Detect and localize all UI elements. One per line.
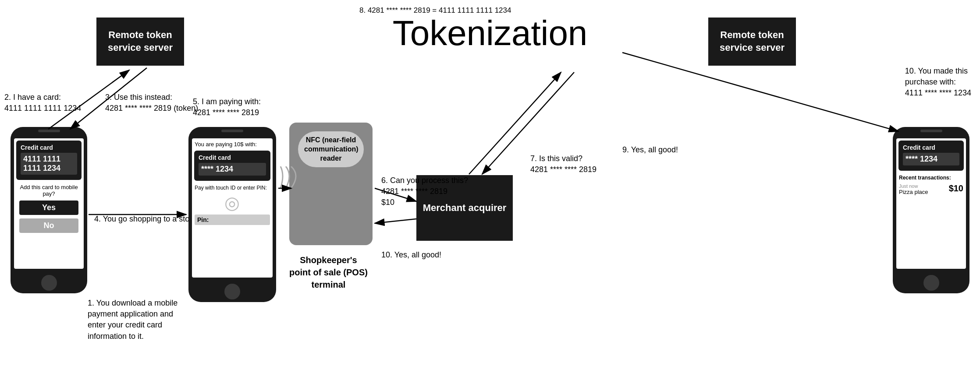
phone-right-card: Credit card **** 1234 xyxy=(898,141,964,171)
top-equation: 8. 4281 **** **** 2819 = 4111 1111 1111 … xyxy=(359,5,511,16)
card-left-title: Credit card xyxy=(21,144,77,151)
server-right-box: Remote tokenservice server xyxy=(708,18,796,66)
pin-prompt: Pay with touch ID or enter PIN: xyxy=(192,183,273,193)
step4-label: 4. You go shopping to a store. xyxy=(94,214,199,225)
nfc-waves xyxy=(276,166,302,210)
card-mid-title: Credit card xyxy=(199,154,266,161)
phone-mid: You are paying 10$ with: Credit card ***… xyxy=(188,127,276,302)
no-button[interactable]: No xyxy=(19,218,78,233)
trans-amount: $10 xyxy=(949,183,963,195)
trans-time: Just now xyxy=(899,183,928,189)
step6-label: 6. Can you process this? 4281 **** **** … xyxy=(381,175,468,208)
step2-label: 2. I have a card: 4111 1111 1111 1234 xyxy=(4,92,81,114)
page-title: Tokenization xyxy=(393,13,588,53)
nfc-bubble: NFC (near-fieldcommunication)reader xyxy=(298,131,364,167)
step7-label: 7. Is this valid? 4281 **** **** 2819 xyxy=(530,153,597,175)
phone-mid-home xyxy=(224,284,240,299)
phone-left-speaker xyxy=(38,130,60,132)
phone-mid-screen: You are paying 10$ with: Credit card ***… xyxy=(192,138,273,278)
phone-right-home xyxy=(923,275,939,291)
trans-place: Pizza place xyxy=(899,189,928,195)
step3-label: 3. Use this instead: 4281 **** **** 2819… xyxy=(105,92,198,114)
phone-right: Credit card **** 1234 Recent transaction… xyxy=(893,127,969,293)
phone-left: Credit card 4111 1111 1111 1234 Add this… xyxy=(11,127,87,293)
phone-mid-card: Credit card **** 1234 xyxy=(194,151,270,181)
server-right-label: Remote tokenservice server xyxy=(720,29,785,54)
step10b-label: 10. You made this purchase with: 4111 **… xyxy=(905,66,971,99)
card-right-title: Credit card xyxy=(903,144,959,151)
phone-left-home xyxy=(41,275,57,291)
pos-label: Shopkeeper's point of sale (POS) termina… xyxy=(289,254,368,291)
spiral-icon: ◎ xyxy=(192,193,273,213)
phone-left-card: Credit card 4111 1111 1111 1234 xyxy=(16,141,82,180)
recent-label: Recent transactions: xyxy=(896,173,966,183)
step10a-label: 10. Yes, all good! xyxy=(381,250,441,260)
step9-label: 9. Yes, all good! xyxy=(622,144,678,155)
transaction-row: Just now Pizza place $10 xyxy=(896,183,966,196)
card-mid-number: **** 1234 xyxy=(199,163,266,176)
card-left-number: 4111 1111 1111 1234 xyxy=(21,153,77,175)
step1-label: 1. You download a mobile payment applica… xyxy=(88,298,178,342)
phone-mid-speaker xyxy=(221,130,243,132)
phone-right-speaker xyxy=(920,130,942,132)
paying-label: You are paying 10$ with: xyxy=(192,138,273,148)
step5-label: 5. I am paying with: 4281 **** **** 2819 xyxy=(193,96,261,118)
card-right-number: **** 1234 xyxy=(903,153,959,165)
phone-left-screen: Credit card 4111 1111 1111 1234 Add this… xyxy=(14,138,84,269)
phone-right-screen: Credit card **** 1234 Recent transaction… xyxy=(896,138,966,269)
yes-button[interactable]: Yes xyxy=(19,201,78,215)
phone-left-prompt: Add this card to mobile pay? xyxy=(14,182,84,199)
svg-line-7 xyxy=(375,219,416,223)
server-left-label: Remote tokenservice server xyxy=(108,29,173,54)
server-left-box: Remote tokenservice server xyxy=(96,18,184,66)
pin-label: Pin: xyxy=(195,215,270,225)
